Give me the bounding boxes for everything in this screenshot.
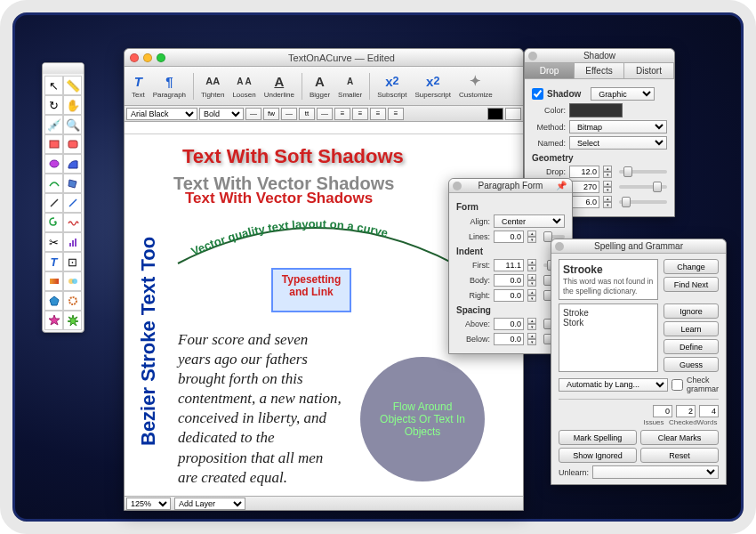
below-input[interactable] [494,333,524,345]
star-tool[interactable] [44,311,63,330]
shadow-checkbox[interactable] [532,88,543,100]
polygon-tool[interactable] [63,174,82,193]
zoom-select[interactable]: 125% [126,498,171,510]
color-btn-2[interactable] [505,108,521,120]
align-right-btn[interactable]: ≡ [370,108,386,120]
rotate-tool[interactable]: ↻ [44,95,63,115]
guess-button[interactable]: Guess [664,357,719,372]
show-ignored-button[interactable]: Show Ignored [559,448,637,463]
measure-tool[interactable]: 📏 [63,76,82,95]
fontsize-btn[interactable]: — [245,108,261,120]
font-family-select[interactable]: Arial Black [126,108,197,120]
words-count[interactable] [699,405,719,417]
tab-drop[interactable]: Drop [525,63,575,78]
roundrect-tool[interactable] [63,134,82,154]
toolbar-loosen[interactable]: A ALoosen [229,71,259,101]
toolbar-tighten[interactable]: A͏ATighten [197,71,228,101]
checked-count[interactable] [676,405,696,417]
mark-spelling-button[interactable]: Mark Spelling [559,430,637,445]
lines-input[interactable] [494,231,524,243]
toolbar-customize[interactable]: ✦Customize [455,71,496,101]
vector-shadow-text-red[interactable]: Text With Vector Shadows [185,190,373,207]
graph-tool[interactable] [63,232,82,252]
suggestion-item[interactable]: Stork [563,318,654,328]
style-btn-4[interactable]: — [317,108,333,120]
scissors-tool[interactable]: ✂ [44,232,63,252]
suggestions-list[interactable]: Stroke Stork [559,303,658,372]
method-select[interactable]: Bitmap [569,120,667,134]
unlearn-select[interactable] [592,465,719,479]
suggestion-item[interactable]: Stroke [563,308,654,318]
crop-tool[interactable]: ⊡ [63,252,82,271]
blend-tool[interactable] [63,271,82,291]
titlebar[interactable]: TextOnACurve — Edited [125,49,523,67]
flow-circle[interactable]: Flow Around Objects Or Text In Objects [360,357,485,481]
align-center-btn[interactable]: ≡ [352,108,368,120]
first-stepper[interactable]: ▴▾ [527,259,536,271]
word-box[interactable]: Strooke This word was not found in the s… [559,259,658,300]
vertical-text[interactable]: Bezier Stroke Text Too [137,237,160,446]
shadow-type-select[interactable]: Graphic [591,87,655,101]
hand-tool[interactable]: ✋ [63,95,82,115]
style-btn-3[interactable]: tt [299,108,315,120]
pin-icon[interactable]: 📌 [556,179,567,193]
define-button[interactable]: Define [664,339,719,354]
language-select[interactable]: Automatic by Lang... [559,378,668,392]
toolbar-bigger[interactable]: ABigger [306,71,334,101]
lines-stepper[interactable]: ▴▾ [527,231,536,243]
color-btn-1[interactable] [487,108,503,120]
align-left-btn[interactable]: ≡ [334,108,350,120]
close-icon[interactable] [555,242,564,251]
blur-stepper[interactable]: ▴▾ [603,196,612,208]
blur-input[interactable] [569,196,599,208]
blur-slider[interactable] [619,200,667,204]
ignore-button[interactable]: Ignore [664,303,719,319]
arrow-tool[interactable]: ↖ [44,76,63,95]
first-input[interactable] [494,259,524,271]
magnify-tool[interactable]: 🔍 [63,115,82,134]
burst-tool[interactable] [63,311,82,330]
above-stepper[interactable]: ▴▾ [527,318,536,330]
rect-tool[interactable] [44,134,63,154]
toolbar-underline[interactable]: AUnderline [261,71,298,101]
eyedropper-tool[interactable]: 💉 [44,115,63,134]
align-select[interactable]: Center [494,214,565,228]
spelling-panel-title[interactable]: Spelling and Grammar [551,239,726,254]
freehand-tool[interactable] [63,213,82,232]
close-icon[interactable] [453,182,462,190]
gradient-tool[interactable] [44,271,63,291]
toolbar-subscript[interactable]: x2Subscript [374,71,410,101]
check-grammar-checkbox[interactable] [672,379,683,391]
oval-tool[interactable] [44,154,63,174]
pen-tool[interactable] [63,193,82,213]
right-input[interactable] [494,289,524,302]
named-select[interactable]: Select [569,136,667,150]
shadow-panel-title[interactable]: Shadow [525,49,674,63]
issues-count[interactable] [653,405,672,417]
angle-slider[interactable] [619,185,667,189]
typesetting-box[interactable]: Typesetting and Link [271,268,351,312]
drop-slider[interactable] [619,170,667,174]
body-input[interactable] [494,274,524,287]
text-tool[interactable]: T [44,252,63,271]
curve-tool[interactable] [44,174,63,193]
close-icon[interactable] [528,52,537,61]
style-btn-1[interactable]: fw [263,108,279,120]
line-tool[interactable] [44,193,63,213]
toolbar-paragraph[interactable]: ¶Paragraph [149,71,189,101]
find-next-button[interactable]: Find Next [664,277,719,292]
reset-button[interactable]: Reset [640,448,719,463]
spiral-tool[interactable] [44,213,63,232]
palette-titlebar[interactable] [43,63,84,74]
close-button[interactable] [130,53,139,62]
zoom-button[interactable] [157,53,165,62]
toolbar-superscript[interactable]: x2Superscript [412,71,454,101]
ruler[interactable] [125,122,523,134]
minimize-button[interactable] [143,53,152,62]
gear-tool[interactable] [63,291,82,311]
change-button[interactable]: Change [664,259,719,274]
above-input[interactable] [494,318,524,330]
toolbar-text[interactable]: TText [128,71,149,101]
paragraph-panel-title[interactable]: Paragraph Form📌 [449,179,572,193]
font-style-select[interactable]: Bold [199,108,244,120]
